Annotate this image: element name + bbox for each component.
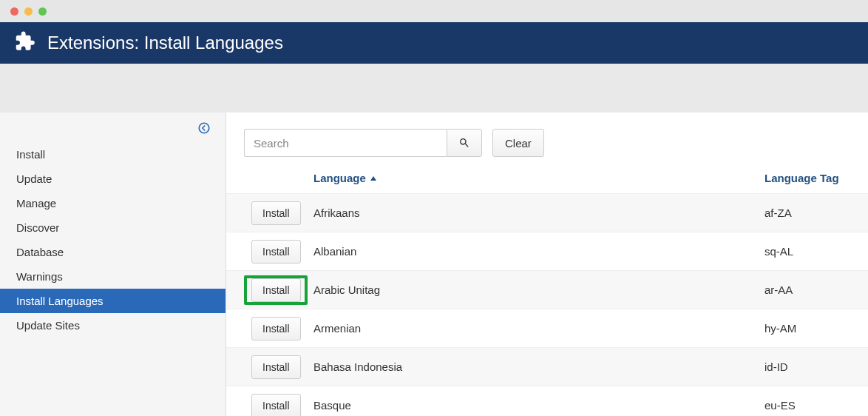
sidebar-item-warnings[interactable]: Warnings (0, 264, 226, 289)
table-row: InstallAlbaniansq-AL (226, 232, 868, 270)
install-cell: Install (226, 278, 313, 302)
language-tag-cell: id-ID (764, 360, 868, 373)
install-button[interactable]: Install (251, 240, 301, 264)
puzzle-icon (15, 31, 35, 55)
sidebar-item-database[interactable]: Database (0, 240, 226, 264)
window-minimize-dot[interactable] (24, 7, 33, 16)
install-button[interactable]: Install (251, 355, 301, 379)
language-cell: Bahasa Indonesia (313, 360, 764, 373)
language-cell: Basque (313, 399, 764, 412)
table-row: InstallArabic Unitagar-AA (226, 270, 868, 309)
main-content: Clear Language Language Tag InstallAfrik… (226, 113, 868, 416)
sidebar-item-discover[interactable]: Discover (0, 215, 226, 240)
language-cell: Afrikaans (313, 207, 764, 219)
language-tag-cell: sq-AL (764, 245, 868, 258)
table-row: InstallArmenianhy-AM (226, 309, 868, 347)
sidebar: InstallUpdateManageDiscoverDatabaseWarni… (0, 113, 226, 416)
sidebar-item-install-languages[interactable]: Install Languages (0, 289, 226, 313)
page-title: Extensions: Install Languages (47, 33, 283, 53)
search-input[interactable] (244, 129, 447, 157)
sidebar-item-update-sites[interactable]: Update Sites (0, 313, 226, 338)
sidebar-item-install[interactable]: Install (0, 142, 226, 167)
table-header-row: Language Language Tag (226, 172, 868, 193)
install-cell: Install (226, 355, 313, 379)
collapse-sidebar-icon[interactable] (197, 121, 211, 135)
install-cell: Install (226, 201, 313, 225)
install-button[interactable]: Install (251, 201, 301, 225)
window-zoom-dot[interactable] (38, 7, 47, 16)
clear-button[interactable]: Clear (492, 129, 544, 157)
search-icon (458, 137, 470, 149)
search-button[interactable] (447, 129, 482, 157)
window-titlebar (0, 0, 868, 22)
page-header: Extensions: Install Languages (0, 22, 868, 64)
install-button[interactable]: Install (251, 317, 301, 340)
window-close-dot[interactable] (10, 7, 18, 16)
search-toolbar: Clear (244, 129, 868, 172)
sidebar-item-manage[interactable]: Manage (0, 191, 226, 215)
install-cell: Install (226, 394, 313, 417)
install-cell: Install (226, 240, 313, 264)
install-button[interactable]: Install (251, 394, 301, 417)
sort-ascending-icon (370, 176, 376, 181)
sidebar-item-update[interactable]: Update (0, 167, 226, 191)
th-language-tag[interactable]: Language Tag (764, 172, 868, 184)
language-tag-cell: hy-AM (764, 322, 868, 335)
th-language[interactable]: Language (313, 172, 764, 184)
language-cell: Arabic Unitag (313, 284, 764, 296)
th-language-label: Language (313, 172, 366, 184)
language-tag-cell: af-ZA (764, 207, 868, 219)
install-cell: Install (226, 317, 313, 340)
svg-point-0 (199, 123, 209, 133)
table-row: InstallBasqueeu-ES (226, 386, 868, 416)
toolbar-spacer (0, 64, 868, 113)
language-tag-cell: eu-ES (764, 399, 868, 412)
language-cell: Albanian (313, 245, 764, 258)
language-tag-cell: ar-AA (764, 284, 868, 296)
table-row: InstallBahasa Indonesiaid-ID (226, 347, 868, 386)
language-cell: Armenian (313, 322, 764, 335)
table-row: InstallAfrikaansaf-ZA (226, 193, 868, 232)
install-button[interactable]: Install (251, 278, 301, 302)
